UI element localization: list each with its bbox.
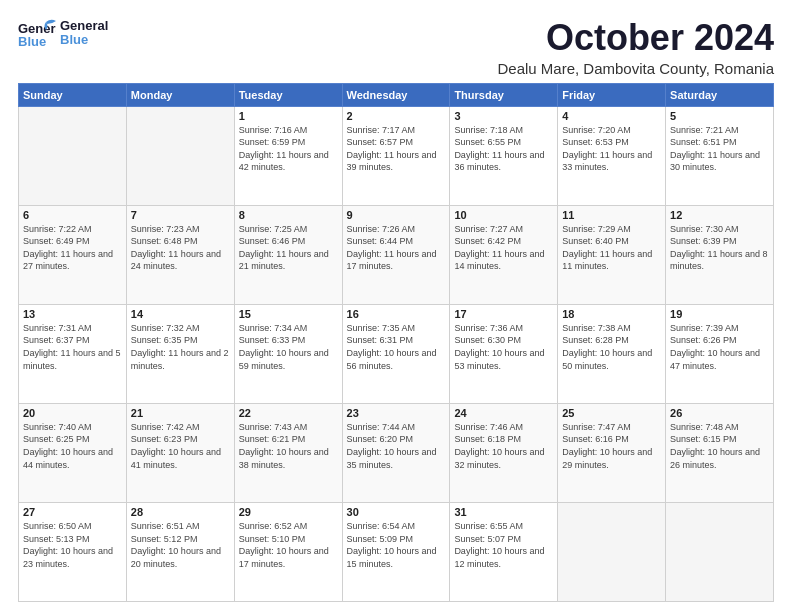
calendar-cell: 19Sunrise: 7:39 AMSunset: 6:26 PMDayligh… [666, 304, 774, 403]
day-info: Sunrise: 7:32 AMSunset: 6:35 PMDaylight:… [131, 322, 230, 372]
day-info: Sunrise: 7:16 AMSunset: 6:59 PMDaylight:… [239, 124, 338, 174]
calendar-table: SundayMondayTuesdayWednesdayThursdayFrid… [18, 83, 774, 602]
calendar-cell [558, 502, 666, 601]
calendar-cell: 12Sunrise: 7:30 AMSunset: 6:39 PMDayligh… [666, 205, 774, 304]
day-number: 21 [131, 407, 230, 419]
calendar-cell: 8Sunrise: 7:25 AMSunset: 6:46 PMDaylight… [234, 205, 342, 304]
day-info: Sunrise: 6:52 AMSunset: 5:10 PMDaylight:… [239, 520, 338, 570]
day-info: Sunrise: 7:20 AMSunset: 6:53 PMDaylight:… [562, 124, 661, 174]
day-number: 31 [454, 506, 553, 518]
day-info: Sunrise: 7:31 AMSunset: 6:37 PMDaylight:… [23, 322, 122, 372]
day-info: Sunrise: 7:35 AMSunset: 6:31 PMDaylight:… [347, 322, 446, 372]
calendar-cell: 23Sunrise: 7:44 AMSunset: 6:20 PMDayligh… [342, 403, 450, 502]
day-info: Sunrise: 7:48 AMSunset: 6:15 PMDaylight:… [670, 421, 769, 471]
day-number: 7 [131, 209, 230, 221]
day-info: Sunrise: 6:54 AMSunset: 5:09 PMDaylight:… [347, 520, 446, 570]
calendar-cell: 6Sunrise: 7:22 AMSunset: 6:49 PMDaylight… [19, 205, 127, 304]
day-number: 15 [239, 308, 338, 320]
day-info: Sunrise: 7:39 AMSunset: 6:26 PMDaylight:… [670, 322, 769, 372]
calendar-cell: 1Sunrise: 7:16 AMSunset: 6:59 PMDaylight… [234, 106, 342, 205]
day-info: Sunrise: 7:38 AMSunset: 6:28 PMDaylight:… [562, 322, 661, 372]
calendar-cell: 15Sunrise: 7:34 AMSunset: 6:33 PMDayligh… [234, 304, 342, 403]
logo-icon: General Blue [18, 18, 56, 48]
weekday-header-wednesday: Wednesday [342, 83, 450, 106]
day-info: Sunrise: 6:51 AMSunset: 5:12 PMDaylight:… [131, 520, 230, 570]
day-number: 27 [23, 506, 122, 518]
day-info: Sunrise: 7:40 AMSunset: 6:25 PMDaylight:… [23, 421, 122, 471]
day-number: 2 [347, 110, 446, 122]
weekday-header-sunday: Sunday [19, 83, 127, 106]
day-info: Sunrise: 7:25 AMSunset: 6:46 PMDaylight:… [239, 223, 338, 273]
calendar-cell: 13Sunrise: 7:31 AMSunset: 6:37 PMDayligh… [19, 304, 127, 403]
day-number: 16 [347, 308, 446, 320]
header: General Blue General Blue October 2024 D… [18, 18, 774, 77]
calendar-cell: 31Sunrise: 6:55 AMSunset: 5:07 PMDayligh… [450, 502, 558, 601]
day-info: Sunrise: 6:50 AMSunset: 5:13 PMDaylight:… [23, 520, 122, 570]
day-info: Sunrise: 7:21 AMSunset: 6:51 PMDaylight:… [670, 124, 769, 174]
calendar-cell [666, 502, 774, 601]
day-number: 18 [562, 308, 661, 320]
day-number: 26 [670, 407, 769, 419]
day-number: 28 [131, 506, 230, 518]
day-number: 29 [239, 506, 338, 518]
calendar-cell: 17Sunrise: 7:36 AMSunset: 6:30 PMDayligh… [450, 304, 558, 403]
day-info: Sunrise: 7:36 AMSunset: 6:30 PMDaylight:… [454, 322, 553, 372]
logo-blue: Blue [60, 33, 108, 47]
day-number: 4 [562, 110, 661, 122]
calendar-cell: 21Sunrise: 7:42 AMSunset: 6:23 PMDayligh… [126, 403, 234, 502]
day-number: 24 [454, 407, 553, 419]
day-info: Sunrise: 7:27 AMSunset: 6:42 PMDaylight:… [454, 223, 553, 273]
day-info: Sunrise: 7:26 AMSunset: 6:44 PMDaylight:… [347, 223, 446, 273]
day-info: Sunrise: 7:22 AMSunset: 6:49 PMDaylight:… [23, 223, 122, 273]
day-info: Sunrise: 7:17 AMSunset: 6:57 PMDaylight:… [347, 124, 446, 174]
calendar-cell: 20Sunrise: 7:40 AMSunset: 6:25 PMDayligh… [19, 403, 127, 502]
calendar-cell: 7Sunrise: 7:23 AMSunset: 6:48 PMDaylight… [126, 205, 234, 304]
day-number: 25 [562, 407, 661, 419]
day-info: Sunrise: 7:34 AMSunset: 6:33 PMDaylight:… [239, 322, 338, 372]
day-info: Sunrise: 7:46 AMSunset: 6:18 PMDaylight:… [454, 421, 553, 471]
calendar-cell: 30Sunrise: 6:54 AMSunset: 5:09 PMDayligh… [342, 502, 450, 601]
day-number: 30 [347, 506, 446, 518]
calendar-cell: 3Sunrise: 7:18 AMSunset: 6:55 PMDaylight… [450, 106, 558, 205]
day-info: Sunrise: 7:18 AMSunset: 6:55 PMDaylight:… [454, 124, 553, 174]
day-number: 10 [454, 209, 553, 221]
day-info: Sunrise: 7:29 AMSunset: 6:40 PMDaylight:… [562, 223, 661, 273]
day-info: Sunrise: 7:43 AMSunset: 6:21 PMDaylight:… [239, 421, 338, 471]
day-info: Sunrise: 7:44 AMSunset: 6:20 PMDaylight:… [347, 421, 446, 471]
calendar-cell: 18Sunrise: 7:38 AMSunset: 6:28 PMDayligh… [558, 304, 666, 403]
calendar-cell: 28Sunrise: 6:51 AMSunset: 5:12 PMDayligh… [126, 502, 234, 601]
day-number: 11 [562, 209, 661, 221]
weekday-header-monday: Monday [126, 83, 234, 106]
calendar-cell: 11Sunrise: 7:29 AMSunset: 6:40 PMDayligh… [558, 205, 666, 304]
calendar-cell: 29Sunrise: 6:52 AMSunset: 5:10 PMDayligh… [234, 502, 342, 601]
day-number: 23 [347, 407, 446, 419]
logo-general: General [60, 19, 108, 33]
day-number: 19 [670, 308, 769, 320]
weekday-header-friday: Friday [558, 83, 666, 106]
day-number: 1 [239, 110, 338, 122]
calendar-cell: 25Sunrise: 7:47 AMSunset: 6:16 PMDayligh… [558, 403, 666, 502]
day-number: 22 [239, 407, 338, 419]
day-info: Sunrise: 7:30 AMSunset: 6:39 PMDaylight:… [670, 223, 769, 273]
calendar-cell: 9Sunrise: 7:26 AMSunset: 6:44 PMDaylight… [342, 205, 450, 304]
calendar-cell: 10Sunrise: 7:27 AMSunset: 6:42 PMDayligh… [450, 205, 558, 304]
calendar-cell: 4Sunrise: 7:20 AMSunset: 6:53 PMDaylight… [558, 106, 666, 205]
day-number: 6 [23, 209, 122, 221]
day-number: 9 [347, 209, 446, 221]
calendar-cell: 27Sunrise: 6:50 AMSunset: 5:13 PMDayligh… [19, 502, 127, 601]
calendar-cell: 16Sunrise: 7:35 AMSunset: 6:31 PMDayligh… [342, 304, 450, 403]
svg-text:Blue: Blue [18, 34, 46, 48]
day-number: 3 [454, 110, 553, 122]
day-number: 8 [239, 209, 338, 221]
day-info: Sunrise: 7:47 AMSunset: 6:16 PMDaylight:… [562, 421, 661, 471]
location-title: Dealu Mare, Dambovita County, Romania [497, 60, 774, 77]
day-number: 5 [670, 110, 769, 122]
day-number: 20 [23, 407, 122, 419]
weekday-header-thursday: Thursday [450, 83, 558, 106]
day-info: Sunrise: 7:23 AMSunset: 6:48 PMDaylight:… [131, 223, 230, 273]
calendar-cell: 5Sunrise: 7:21 AMSunset: 6:51 PMDaylight… [666, 106, 774, 205]
day-number: 13 [23, 308, 122, 320]
calendar-cell: 24Sunrise: 7:46 AMSunset: 6:18 PMDayligh… [450, 403, 558, 502]
day-number: 17 [454, 308, 553, 320]
page: General Blue General Blue October 2024 D… [0, 0, 792, 612]
